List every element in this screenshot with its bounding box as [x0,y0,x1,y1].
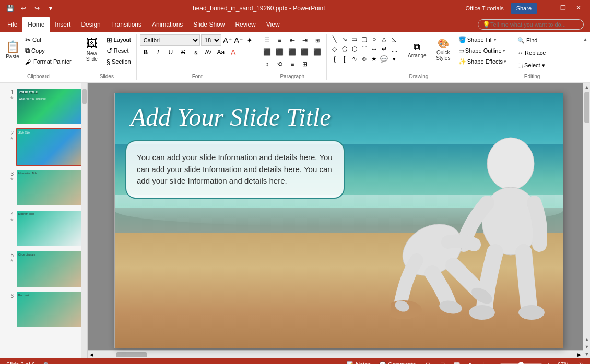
font-shrink-button[interactable]: A⁻ [233,34,243,46]
slideshow-button[interactable]: ▶ [466,359,477,364]
justify-button[interactable]: ⬛ [299,46,311,58]
tab-view[interactable]: View [261,17,285,32]
layout-button[interactable]: ⊞ Layout [104,34,133,45]
shape-outline-button[interactable]: ▭ Shape Outline ▾ [457,45,508,56]
slide-6-thumb-wrap[interactable]: 6 Bar chart [2,291,85,329]
zoom-minus-button[interactable]: − [489,360,497,364]
tab-transitions[interactable]: Transitions [106,17,147,32]
select-button[interactable]: ⬚ Select ▾ [514,59,548,71]
increase-indent-button[interactable]: ⇥ [299,34,311,46]
cut-button[interactable]: ✂ Cut [23,34,74,45]
diamond-shape[interactable]: ◇ [330,44,339,54]
slide-panel-scrollbar[interactable] [81,83,87,358]
more-shapes[interactable]: ▼ [390,54,399,64]
curve-shape[interactable]: ⌒ [360,44,369,54]
scroll-arrow-down2[interactable]: ▼ [583,343,590,350]
slide-2-thumbnail[interactable]: Slide Title [16,128,82,166]
slide-panel-scroll-thumb[interactable] [82,89,87,104]
scroll-thumb-h[interactable] [116,352,147,357]
tab-slideshow[interactable]: Slide Show [188,17,230,32]
slide-canvas[interactable]: Add Your Slide Title You can add your sl… [114,93,563,348]
slide-panel-scroll[interactable]: 1 ★ YOUR TITLE What Are You Ignoring? 2 … [0,83,87,358]
align-right-button[interactable]: ⬛ [287,46,298,58]
clear-format-button[interactable]: ✦ [244,34,254,46]
smart-art-button[interactable]: ⊞ [312,34,323,46]
arrow-shape[interactable]: ↘ [340,34,349,44]
comments-button[interactable]: 💬 Comments [377,360,418,365]
slide-4-thumbnail[interactable]: Diagram slide [16,210,82,247]
font-family-select[interactable]: Calibri [140,34,200,46]
slide-5-thumbnail[interactable]: Circle diagram [16,250,82,288]
slide-5-thumb-wrap[interactable]: 5 ★ Circle diagram [2,250,85,288]
canvas-scrollbar-vertical[interactable]: ▲ ▲ ▼ ▼ [583,83,590,358]
oval-shape[interactable]: ○ [370,34,379,44]
slide-title[interactable]: Add Your Slide Title [131,104,406,131]
strikethrough-button[interactable]: S [178,46,189,58]
slide-3-thumbnail[interactable]: Information Title [16,169,82,207]
scroll-down-arrow[interactable]: ▼ [583,350,590,358]
align-center-button[interactable]: ⬛ [274,46,286,58]
shadow-button[interactable]: s [190,46,202,58]
tab-insert[interactable]: Insert [50,17,76,32]
tab-review[interactable]: Review [230,17,261,32]
reset-button[interactable]: ↺ Reset [104,45,133,56]
share-button[interactable]: Share [511,3,537,14]
redo-button[interactable]: ↪ [31,3,43,14]
shape-fill-button[interactable]: 🪣 Shape Fill ▾ [457,34,508,45]
tab-design[interactable]: Design [76,17,105,32]
bent-shape[interactable]: ↵ [380,44,389,54]
text-direction-button[interactable]: ⟲ [274,58,286,70]
line-shape[interactable]: ╲ [330,34,339,44]
fit-slide-button[interactable]: ⊞ [574,359,586,364]
slide-3-thumb-wrap[interactable]: 3 ★ Information Title [2,169,85,207]
slide-sorter-button[interactable]: ⊟ [436,359,448,364]
font-grow-button[interactable]: A⁺ [222,34,232,46]
numbering-button[interactable]: ≡ [274,34,286,46]
minimize-button[interactable]: — [540,3,554,13]
scroll-arrow-up2[interactable]: ▲ [583,336,590,343]
font-size-select[interactable]: 18 [201,34,221,46]
zoom-percent[interactable]: 67% [556,360,571,364]
rounded-rect-shape[interactable]: ▢ [360,34,369,44]
reading-view-button[interactable]: 📖 [451,359,463,364]
tell-me-bar[interactable]: 💡 [478,19,584,30]
arrange-button[interactable]: ⧉ Arrange [405,34,429,66]
save-button[interactable]: 💾 [4,3,16,14]
copy-button[interactable]: ⧉ Copy [23,45,74,56]
font-color-button[interactable]: A [228,46,239,58]
tab-file[interactable]: File [2,17,22,32]
tab-home[interactable]: Home [22,17,50,32]
slide-content-box[interactable]: You can add your slide Information and d… [125,140,345,199]
hexagon-shape[interactable]: ⬡ [350,44,359,54]
scroll-thumb-v[interactable] [584,92,589,123]
star-shape[interactable]: ★ [370,54,379,64]
zoom-plus-button[interactable]: + [545,360,552,364]
undo-button[interactable]: ↩ [18,3,29,14]
align-text-button[interactable]: ≡ [287,58,298,70]
section-button[interactable]: § Section [104,56,133,67]
slide-1-thumbnail[interactable]: YOUR TITLE What Are You Ignoring? [16,88,82,125]
change-case-button[interactable]: Aa [215,46,227,58]
slide-2-thumb-wrap[interactable]: 2 ★ Slide Title [2,128,85,166]
replace-button[interactable]: ↔ Replace [514,47,549,58]
free-form-shape[interactable]: ⛶ [390,44,399,54]
italic-button[interactable]: I [152,46,164,58]
bullets-button[interactable]: ☰ [262,34,273,46]
slide-6-thumbnail[interactable]: Bar chart [16,291,82,329]
triangle-shape[interactable]: △ [380,34,389,44]
convert-smartart-button[interactable]: ⊞ [299,58,311,70]
shape-effects-button[interactable]: ✨ Shape Effects ▾ [457,56,508,67]
pentagon-shape[interactable]: ⬠ [340,44,349,54]
align-left-button[interactable]: ⬛ [262,46,273,58]
scroll-right-arrow[interactable]: ▶ [575,351,583,358]
brace-shape[interactable]: { [330,54,339,64]
notes-button[interactable]: 📝 Notes [345,360,373,365]
bold-button[interactable]: B [140,46,151,58]
canvas-scrollbar-horizontal[interactable]: ◀ ▶ [88,350,583,358]
slide-1-thumb-wrap[interactable]: 1 ★ YOUR TITLE What Are You Ignoring? [2,88,85,125]
wave-shape[interactable]: ∿ [350,54,359,64]
collapse-ribbon-button[interactable]: ▲ [581,34,590,44]
find-button[interactable]: 🔍 Find [514,34,540,46]
columns-button[interactable]: ⬛ [312,46,323,58]
scroll-up-arrow[interactable]: ▲ [583,83,590,91]
